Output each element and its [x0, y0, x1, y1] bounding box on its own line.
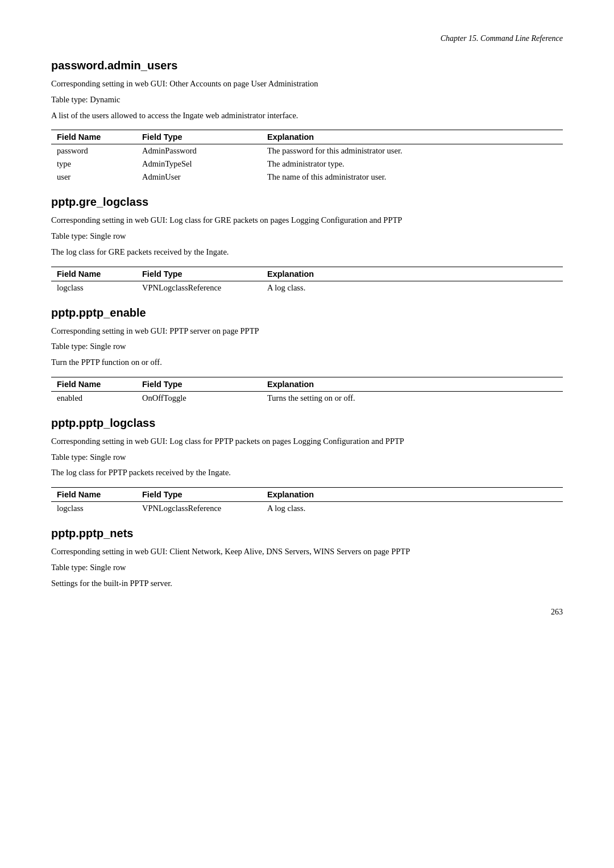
section-desc-2c: The log class for GRE packets received b… — [51, 246, 563, 259]
table-4: Field Name Field Type Explanation logcla… — [51, 487, 563, 516]
col-header-explanation-1: Explanation — [267, 130, 563, 144]
table-1: Field Name Field Type Explanation passwo… — [51, 130, 563, 184]
table-row: enabled OnOffToggle Turns the setting on… — [51, 391, 563, 405]
table-row: type AdminTypeSel The administrator type… — [51, 157, 563, 171]
col-header-explanation-3: Explanation — [267, 377, 563, 391]
section-desc-3a: Corresponding setting in web GUI: PPTP s… — [51, 325, 563, 338]
table-row: logclass VPNLogclassReference A log clas… — [51, 502, 563, 516]
section-desc-2b: Table type: Single row — [51, 230, 563, 243]
cell: VPNLogclassReference — [142, 502, 267, 516]
col-header-field-type-1: Field Type — [142, 130, 267, 144]
col-header-field-type-3: Field Type — [142, 377, 267, 391]
table-3: Field Name Field Type Explanation enable… — [51, 377, 563, 405]
section-desc-4c: The log class for PPTP packets received … — [51, 467, 563, 479]
col-header-explanation-4: Explanation — [267, 488, 563, 502]
cell: logclass — [51, 502, 142, 516]
col-header-explanation-2: Explanation — [267, 267, 563, 281]
cell: AdminUser — [142, 171, 267, 184]
cell: The name of this administrator user. — [267, 171, 563, 184]
section-desc-3b: Table type: Single row — [51, 340, 563, 353]
cell: Turns the setting on or off. — [267, 391, 563, 405]
section-title-4: pptp.pptp_logclass — [51, 417, 563, 430]
cell: type — [51, 157, 142, 171]
cell: A log class. — [267, 281, 563, 295]
section-desc-2a: Corresponding setting in web GUI: Log cl… — [51, 214, 563, 227]
section-desc-1a: Corresponding setting in web GUI: Other … — [51, 78, 563, 90]
section-pptp-pptp-enable: pptp.pptp_enable Corresponding setting i… — [51, 306, 563, 405]
table-2: Field Name Field Type Explanation logcla… — [51, 267, 563, 295]
page-container: Chapter 15. Command Line Reference passw… — [0, 0, 614, 639]
section-desc-1b: Table type: Dynamic — [51, 94, 563, 106]
col-header-field-name-3: Field Name — [51, 377, 142, 391]
section-pptp-gre-logclass: pptp.gre_logclass Corresponding setting … — [51, 196, 563, 294]
section-desc-5c: Settings for the built-in PPTP server. — [51, 578, 563, 590]
cell: AdminPassword — [142, 144, 267, 158]
chapter-header: Chapter 15. Command Line Reference — [51, 34, 563, 43]
col-header-field-name-2: Field Name — [51, 267, 142, 281]
section-pptp-pptp-nets: pptp.pptp_nets Corresponding setting in … — [51, 527, 563, 589]
section-desc-5b: Table type: Single row — [51, 562, 563, 574]
cell: user — [51, 171, 142, 184]
section-title-2: pptp.gre_logclass — [51, 196, 563, 209]
col-header-field-type-2: Field Type — [142, 267, 267, 281]
cell: A log class. — [267, 502, 563, 516]
cell: OnOffToggle — [142, 391, 267, 405]
section-title-3: pptp.pptp_enable — [51, 306, 563, 319]
table-row: logclass VPNLogclassReference A log clas… — [51, 281, 563, 295]
cell: password — [51, 144, 142, 158]
section-desc-3c: Turn the PPTP function on or off. — [51, 356, 563, 369]
col-header-field-name-4: Field Name — [51, 488, 142, 502]
section-title-5: pptp.pptp_nets — [51, 527, 563, 540]
section-desc-4b: Table type: Single row — [51, 451, 563, 464]
page-number: 263 — [551, 608, 563, 617]
table-row: user AdminUser The name of this administ… — [51, 171, 563, 184]
cell: enabled — [51, 391, 142, 405]
cell: logclass — [51, 281, 142, 295]
section-desc-5a: Corresponding setting in web GUI: Client… — [51, 546, 563, 558]
col-header-field-name-1: Field Name — [51, 130, 142, 144]
section-desc-4a: Corresponding setting in web GUI: Log cl… — [51, 435, 563, 448]
cell: The administrator type. — [267, 157, 563, 171]
section-password-admin-users: password.admin_users Corresponding setti… — [51, 59, 563, 184]
section-desc-1c: A list of the users allowed to access th… — [51, 110, 563, 122]
col-header-field-type-4: Field Type — [142, 488, 267, 502]
cell: The password for this administrator user… — [267, 144, 563, 158]
table-row: password AdminPassword The password for … — [51, 144, 563, 158]
section-title-1: password.admin_users — [51, 59, 563, 72]
cell: VPNLogclassReference — [142, 281, 267, 295]
cell: AdminTypeSel — [142, 157, 267, 171]
section-pptp-pptp-logclass: pptp.pptp_logclass Corresponding setting… — [51, 417, 563, 516]
